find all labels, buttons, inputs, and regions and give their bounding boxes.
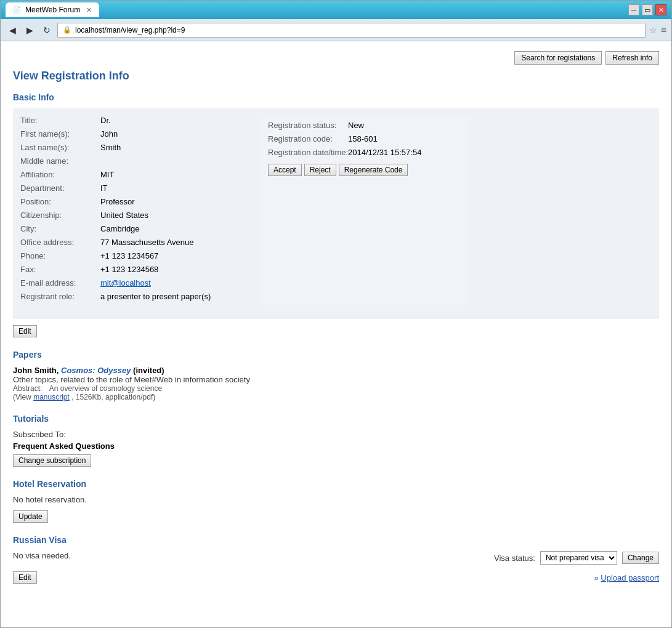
- hotel-update-button[interactable]: Update: [13, 510, 48, 523]
- back-button[interactable]: ◀: [6, 23, 19, 37]
- search-registrations-button[interactable]: Search for registations: [514, 51, 602, 65]
- city-label: City:: [20, 224, 100, 233]
- address-lock-icon: 🔒: [63, 26, 71, 34]
- bookmark-icon[interactable]: ☆: [649, 25, 657, 35]
- reg-datetime-value: 2014/12/31 15:57:54: [348, 148, 421, 157]
- tutorials-section: Tutorials Subscribed To: Frequent Asked …: [13, 414, 659, 467]
- upload-passport-link[interactable]: Upload passport: [601, 573, 659, 582]
- paper-author: John Smith,: [13, 366, 59, 375]
- visa-status-label: Visa status:: [494, 554, 535, 563]
- position-label: Position:: [20, 197, 100, 206]
- reload-button[interactable]: ↻: [40, 23, 54, 37]
- paper-topic: Other topics, related to the role of Mee…: [13, 375, 659, 384]
- tab-close-button[interactable]: ✕: [86, 6, 92, 14]
- fax-value: +1 123 1234568: [100, 265, 158, 274]
- phone-label: Phone:: [20, 251, 100, 260]
- papers-heading: Papers: [13, 350, 659, 360]
- no-reservation-text: No hotel reservation.: [13, 495, 659, 504]
- upload-passport-area: » Upload passport: [594, 573, 659, 582]
- close-window-button[interactable]: ✕: [655, 4, 666, 15]
- tutorials-heading: Tutorials: [13, 414, 659, 424]
- registration-info-col: Registration status: New Registration co…: [261, 116, 470, 305]
- abstract-text: An overview of cosmology science: [49, 384, 162, 393]
- page-content: Search for registations Refresh info Vie…: [1, 41, 671, 627]
- abstract-label: Abstract:: [13, 384, 42, 393]
- refresh-info-button[interactable]: Refresh info: [605, 51, 659, 65]
- office-label: Office address:: [20, 238, 100, 247]
- email-value[interactable]: mit@localhost: [100, 278, 151, 288]
- citizenship-value: United States: [100, 211, 148, 220]
- affiliation-value: MIT: [100, 170, 114, 179]
- citizenship-label: Citizenship:: [20, 211, 100, 220]
- no-visa-text: No visa needed.: [13, 551, 71, 560]
- papers-section: Papers John Smith, Cosmos: Odyssey (invi…: [13, 350, 659, 401]
- department-value: IT: [100, 183, 108, 193]
- minimize-button[interactable]: ─: [628, 4, 639, 15]
- regenerate-code-button[interactable]: Regenerate Code: [339, 164, 408, 176]
- url-display: localhost/man/view_reg.php?id=9: [75, 26, 640, 34]
- visa-edit-button[interactable]: Edit: [13, 571, 37, 584]
- manuscript-link[interactable]: manuscript: [33, 393, 70, 401]
- russian-visa-heading: Russian Visa: [13, 535, 659, 545]
- paper-title[interactable]: Cosmos: Odyssey: [61, 366, 131, 375]
- title-label: Title:: [20, 116, 100, 125]
- reg-code-label: Registration code:: [268, 134, 348, 143]
- reject-button[interactable]: Reject: [304, 164, 336, 176]
- role-value: a presenter to present paper(s): [100, 292, 211, 301]
- tab-title: MeetWeb Forum: [25, 6, 80, 14]
- basic-info-edit-button[interactable]: Edit: [13, 325, 37, 337]
- subscribed-name: Frequent Asked Questions: [13, 441, 659, 451]
- page-title: View Registration Info: [13, 70, 659, 83]
- fax-label: Fax:: [20, 265, 100, 274]
- affiliation-label: Affiliation:: [20, 170, 100, 179]
- department-label: Department:: [20, 183, 100, 193]
- personal-info-col: Title: Dr. First name(s): John Last name…: [20, 116, 236, 305]
- change-subscription-button[interactable]: Change subscription: [13, 454, 91, 467]
- visa-status-select[interactable]: Not prepared visa: [540, 551, 617, 565]
- city-value: Cambridge: [100, 224, 140, 233]
- first-name-value: John: [100, 129, 118, 139]
- upload-arrow-icon: »: [594, 573, 598, 582]
- visa-change-button[interactable]: Change: [622, 552, 659, 564]
- email-label: E-mail address:: [20, 278, 100, 288]
- accept-button[interactable]: Accept: [268, 164, 302, 176]
- forward-button[interactable]: ▶: [23, 23, 36, 37]
- last-name-label: Last name(s):: [20, 143, 100, 152]
- reg-code-value: 158-601: [348, 134, 378, 143]
- visa-status-row: Visa status: Not prepared visa Change: [494, 551, 659, 565]
- paper-entry: John Smith, Cosmos: Odyssey (invited) Ot…: [13, 366, 659, 401]
- hotel-heading: Hotel Reservation: [13, 479, 659, 489]
- reg-status-value: New: [348, 121, 364, 130]
- office-value: 77 Massachusetts Avenue: [100, 238, 194, 247]
- title-value: Dr.: [100, 116, 111, 125]
- paper-invited: (invited): [133, 366, 164, 375]
- browser-tab[interactable]: 📄 MeetWeb Forum ✕: [6, 2, 99, 17]
- subscribed-to-label: Subscribed To:: [13, 430, 659, 439]
- last-name-value: Smith: [100, 143, 121, 152]
- phone-value: +1 123 1234567: [100, 251, 158, 260]
- russian-visa-section: Russian Visa No visa needed. Visa status…: [13, 535, 659, 584]
- basic-info-section: Basic Info Title: Dr. First name(s): Joh…: [13, 92, 659, 337]
- address-bar[interactable]: 🔒 localhost/man/view_reg.php?id=9: [57, 23, 646, 38]
- hotel-section: Hotel Reservation No hotel reservation. …: [13, 479, 659, 523]
- basic-info-wrapper: Title: Dr. First name(s): John Last name…: [13, 108, 659, 319]
- first-name-label: First name(s):: [20, 129, 100, 139]
- menu-icon[interactable]: ≡: [661, 25, 666, 36]
- reg-status-label: Registration status:: [268, 121, 348, 130]
- reg-datetime-label: Registration date/time:: [268, 148, 348, 157]
- basic-info-heading: Basic Info: [13, 92, 659, 102]
- position-value: Professor: [100, 197, 135, 206]
- role-label: Registrant role:: [20, 292, 100, 301]
- maximize-button[interactable]: ▭: [642, 4, 653, 15]
- tab-page-icon: 📄: [13, 6, 22, 14]
- middle-name-label: Middle name:: [20, 156, 100, 166]
- file-info: , 1526Kb, application/pdf): [71, 393, 155, 401]
- view-text: (View: [13, 393, 31, 401]
